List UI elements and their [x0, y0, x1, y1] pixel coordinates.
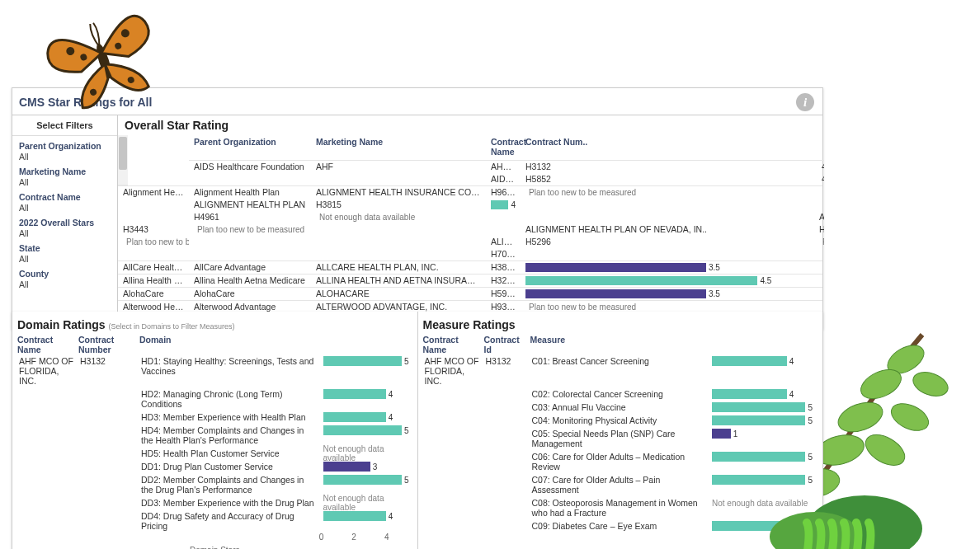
domain-label[interactable]: HD3: Member Experience with Health Plan [139, 411, 318, 424]
table-cell[interactable] [521, 199, 814, 211]
table-cell[interactable]: ALOHACARE [311, 288, 486, 300]
domain-bar-cell[interactable]: 4 [322, 411, 412, 424]
overall-scrollbar[interactable] [118, 135, 128, 185]
table-cell[interactable] [118, 211, 189, 223]
measure-bar-cell[interactable]: 4 [710, 387, 817, 401]
table-cell[interactable]: H3815 [311, 199, 486, 211]
domain-bar-cell[interactable]: 3 [322, 460, 412, 473]
table-cell[interactable]: H3132 [521, 161, 814, 173]
domain-label[interactable]: DD1: Drug Plan Customer Service [139, 460, 318, 473]
overall-bar-cell[interactable]: 3.5 [521, 288, 814, 300]
table-cell[interactable]: H5969 [486, 288, 521, 300]
col-marketing[interactable]: Marketing Name [311, 135, 486, 161]
filter-contract-name[interactable]: Contract NameAll [12, 187, 117, 213]
table-cell[interactable] [189, 248, 311, 260]
overall-bar-cell[interactable]: Not enough data available [311, 211, 486, 223]
measure-bar-cell[interactable]: 4 [710, 354, 817, 368]
domain-bar-cell[interactable]: 5 [322, 354, 412, 368]
table-cell[interactable]: H7074 [486, 248, 521, 260]
domain-bar-cell[interactable]: 4 [322, 509, 412, 523]
mcol-measure[interactable]: Measure [530, 335, 708, 354]
measure-bar-cell[interactable]: 5 [710, 414, 817, 427]
table-cell[interactable]: ALLCARE HEALTH PLAN, INC. [311, 261, 486, 274]
measure-bar-cell[interactable]: 1 [710, 427, 817, 440]
table-cell[interactable]: Alignment Healthcare USA, LLC [118, 186, 189, 199]
overall-bar-cell[interactable]: Plan too new to be measured [118, 236, 189, 248]
domain-bar-cell[interactable]: Not enough data available [322, 496, 412, 509]
table-cell[interactable] [814, 199, 824, 211]
col-contract[interactable]: Contract Name [486, 135, 521, 161]
overall-bar-cell[interactable] [521, 248, 814, 260]
measure-label[interactable]: C03: Annual Flu Vaccine [530, 401, 708, 414]
table-cell[interactable] [189, 173, 311, 185]
filter-parent-organization[interactable]: Parent OrganizationAll [12, 136, 117, 162]
dcol-domain[interactable]: Domain [139, 335, 318, 354]
table-cell[interactable]: AIDS Healthcare Foundation [189, 161, 311, 173]
table-cell[interactable]: ALIGNMENT HEALTH PLAN OF ARIZONA, I.. [814, 211, 824, 223]
overall-bar-cell[interactable]: 4.5 [814, 161, 824, 173]
domain-label[interactable]: HD4: Member Complaints and Changes in th… [139, 424, 318, 447]
table-cell[interactable]: ALIGNMENT HEALTH PLAN OF NORTH CAROLINA,… [486, 236, 521, 248]
measure-label[interactable]: C06: Care for Older Adults – Medication … [530, 450, 708, 473]
overall-bar-cell[interactable]: Plan too new to be measured [814, 236, 824, 248]
table-cell[interactable]: AHF [311, 161, 486, 173]
table-cell[interactable] [118, 199, 189, 211]
domain-bar-cell[interactable]: Not enough data available [322, 447, 412, 460]
mcol-id[interactable]: Contract Id [484, 335, 527, 354]
table-cell[interactable]: AlohaCare [189, 288, 311, 300]
domain-label[interactable]: DD2: Member Complaints and Changes in th… [139, 473, 318, 496]
overall-bar-cell[interactable]: 4.5 [521, 274, 814, 287]
filter-marketing-name[interactable]: Marketing NameAll [12, 162, 117, 187]
domain-bar-cell[interactable]: 4 [322, 387, 412, 401]
filter-2022-overall-stars[interactable]: 2022 Overall StarsAll [12, 213, 117, 238]
filter-state[interactable]: StateAll [12, 238, 117, 264]
overall-bar-cell[interactable]: 4 [486, 199, 521, 211]
table-cell[interactable] [189, 236, 311, 248]
measure-label[interactable]: C02: Colorectal Cancer Screening [530, 387, 708, 401]
domain-bar-cell[interactable]: 5 [322, 473, 412, 486]
table-cell[interactable]: ALIGNMENT HEALTH PLAN [189, 199, 311, 211]
table-cell[interactable]: H9614 [486, 186, 521, 199]
table-cell[interactable] [486, 211, 521, 223]
col-num[interactable]: Contract Num.. [521, 135, 814, 161]
col-parent[interactable]: Parent Organization [189, 135, 311, 161]
table-cell[interactable] [118, 248, 189, 260]
measure-bar-cell[interactable]: 5 [710, 401, 817, 414]
table-cell[interactable]: Allina Health and Ae.. [118, 274, 189, 287]
filter-county[interactable]: CountyAll [12, 264, 117, 289]
domain-label[interactable]: HD1: Staying Healthy: Screenings, Tests … [139, 354, 318, 387]
table-cell[interactable] [311, 173, 486, 185]
table-cell[interactable] [521, 211, 814, 223]
table-cell[interactable] [814, 186, 824, 199]
mcol-contract[interactable]: Contract Name [423, 335, 481, 354]
measure-label[interactable]: C09: Diabetes Care – Eye Exam [530, 519, 708, 533]
measure-label[interactable]: C01: Breast Cancer Screening [530, 354, 708, 387]
overall-bar-cell[interactable]: Plan too new to be measured [521, 186, 814, 199]
domain-label[interactable]: HD2: Managing Chronic (Long Term) Condit… [139, 387, 318, 411]
overall-bar-cell[interactable]: 3.5 [521, 261, 814, 274]
table-cell[interactable]: AllCare Health, Inc. [118, 261, 189, 274]
measure-label[interactable]: C07: Care for Older Adults – Pain Assess… [530, 473, 708, 496]
table-cell[interactable]: H3219 [486, 274, 521, 287]
table-cell[interactable]: H9686 [814, 223, 824, 236]
overall-bar-cell[interactable]: Plan too new to be measured [189, 223, 311, 236]
table-cell[interactable] [311, 223, 486, 236]
table-cell[interactable] [311, 248, 486, 260]
domain-label[interactable]: DD3: Member Experience with the Drug Pla… [139, 496, 318, 509]
dcol-num[interactable]: Contract Number [78, 335, 136, 354]
table-cell[interactable]: AlohaCare [118, 288, 189, 300]
dcol-contract[interactable]: Contract Name [17, 335, 75, 354]
table-cell[interactable]: H3443 [118, 223, 189, 236]
measure-label[interactable]: C08: Osteoporosis Management in Women wh… [530, 496, 708, 519]
table-cell[interactable]: ALIGNMENT HEALTH INSURANCE COMPAN.. [311, 186, 486, 199]
domain-label[interactable]: HD5: Health Plan Customer Service [139, 447, 318, 460]
table-cell[interactable]: ALIGNMENT HEALTH PLAN OF NEVADA, IN.. [521, 223, 814, 236]
table-cell[interactable] [486, 223, 521, 236]
measure-label[interactable]: C05: Special Needs Plan (SNP) Care Manag… [530, 427, 708, 450]
table-cell[interactable]: Allina Health Aetna Medicare [189, 274, 311, 287]
domain-bar-cell[interactable]: 5 [322, 424, 412, 437]
table-cell[interactable] [311, 236, 486, 248]
table-cell[interactable]: H3810 [486, 261, 521, 274]
table-cell[interactable]: H5852 [521, 173, 814, 185]
overall-bar-cell[interactable]: 4 [814, 173, 824, 185]
